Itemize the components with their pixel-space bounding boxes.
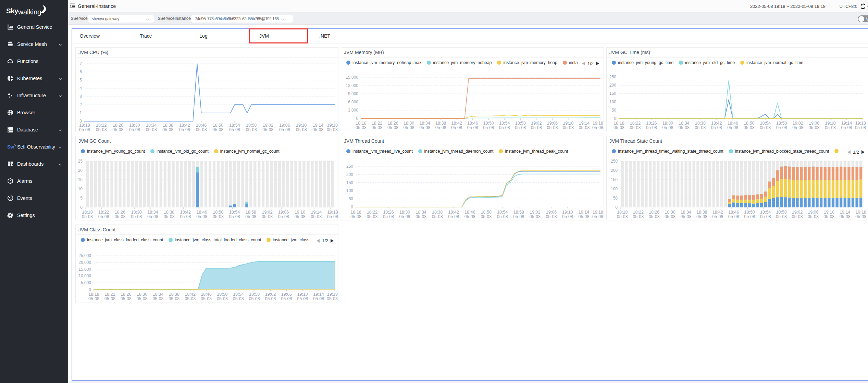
sidebar-item-database[interactable]: Database <box>0 121 68 138</box>
chart-plot-line[interactable]: 05010015020025018:1805-0818:2205-0818:26… <box>341 136 604 220</box>
logo-crescent-icon <box>41 5 46 13</box>
chart-plot-bar[interactable]: 05010015020025018:1805-0818:2205-0818:26… <box>607 136 868 220</box>
sidebar-item-alarms[interactable]: Alarms <box>0 173 68 190</box>
svg-text:19:10: 19:10 <box>825 121 835 126</box>
svg-text:05-08: 05-08 <box>147 214 158 219</box>
sidebar-item-label: General Service <box>17 24 52 30</box>
svg-text:19:14: 19:14 <box>313 123 323 128</box>
sidebar-item-dashboards[interactable]: Dashboards <box>0 155 68 173</box>
sidebar-item-infrastructure[interactable]: Infrastructure <box>0 87 68 104</box>
svg-text:19:02: 19:02 <box>792 121 803 126</box>
svg-text:05-08: 05-08 <box>262 214 273 219</box>
svg-text:19:14: 19:14 <box>579 121 590 126</box>
chart-plot-line[interactable]: 0123456718:1805-0818:2205-0818:2605-0818… <box>76 48 338 132</box>
svg-text:6,000: 6,000 <box>348 100 358 104</box>
svg-text:05-08: 05-08 <box>744 214 755 219</box>
service-instance-select[interactable]: 74d96c778c694c6b9b6322c62d55b765@192.168 <box>191 15 293 23</box>
svg-text:25,000: 25,000 <box>78 253 91 258</box>
chart-plot-area[interactable]: 05,00010,00015,00020,00025,00018:1805-08… <box>76 225 338 303</box>
svg-text:5,000: 5,000 <box>81 280 91 285</box>
svg-text:19:10: 19:10 <box>295 210 305 215</box>
svg-text:05-08: 05-08 <box>711 125 722 130</box>
view-mode-toggle[interactable]: V <box>858 15 868 22</box>
sidebar-item-browser[interactable]: Browser <box>0 104 68 121</box>
svg-text:05-08: 05-08 <box>312 127 323 132</box>
svg-text:18:46: 18:46 <box>196 123 207 128</box>
svg-text:05-08: 05-08 <box>311 214 322 219</box>
chart-plot-line[interactable]: 05010015020025018:1805-0818:2205-0818:26… <box>607 48 868 132</box>
sidebar-item-functions[interactable]: Functions <box>0 53 68 70</box>
svg-text:19:18: 19:18 <box>856 210 866 215</box>
svg-text:05-08: 05-08 <box>662 125 673 130</box>
svg-text:05-08: 05-08 <box>483 125 494 130</box>
sidebar-item-settings[interactable]: Settings <box>0 207 68 224</box>
tab-jvm[interactable]: JVM <box>259 29 269 43</box>
svg-text:0: 0 <box>615 205 618 210</box>
svg-text:18:26: 18:26 <box>646 121 657 126</box>
events-icon <box>7 195 13 201</box>
svg-text:18:42: 18:42 <box>185 292 196 297</box>
chevron-down-icon <box>281 17 285 21</box>
svg-text:05-08: 05-08 <box>497 214 508 219</box>
svg-text:05-08: 05-08 <box>665 214 675 219</box>
svg-text:19:10: 19:10 <box>563 121 573 126</box>
svg-text:18:54: 18:54 <box>760 210 771 215</box>
svg-text:200: 200 <box>346 172 353 177</box>
svg-text:05-08: 05-08 <box>196 214 207 219</box>
svg-text:18:26: 18:26 <box>387 121 398 126</box>
tab-overview[interactable]: Overview <box>80 29 100 43</box>
svg-text:12,000: 12,000 <box>346 83 358 88</box>
svg-text:05-08: 05-08 <box>416 214 426 219</box>
chart-card-jvm-memory-mb-: JVM Memory (MB)instance_jvm_memory_nohea… <box>341 47 604 132</box>
svg-text:18:46: 18:46 <box>728 121 738 126</box>
page-title: General-Instance <box>78 3 116 9</box>
svg-text:100: 100 <box>609 100 616 104</box>
tab-trace[interactable]: Trace <box>140 29 152 43</box>
sidebar-item-self-observability[interactable]: SwSelf Observability <box>0 138 68 155</box>
svg-text:3: 3 <box>79 94 82 99</box>
refresh-icon[interactable] <box>860 3 866 9</box>
sidebar-item-events[interactable]: Events <box>0 190 68 207</box>
svg-text:05-08: 05-08 <box>262 127 273 132</box>
svg-text:18:50: 18:50 <box>481 210 492 215</box>
tab-log[interactable]: Log <box>199 29 207 43</box>
sidebar-item-general-service[interactable]: General Service <box>0 18 68 36</box>
svg-text:05-08: 05-08 <box>245 214 256 219</box>
sidebar-item-service-mesh[interactable]: Service Mesh <box>0 36 68 53</box>
sidebar-item-label: Browser <box>17 110 35 115</box>
menu-fold-icon[interactable] <box>70 3 76 9</box>
svg-text:18:50: 18:50 <box>213 210 223 215</box>
database-icon <box>7 127 13 133</box>
svg-text:18:38: 18:38 <box>163 123 173 128</box>
svg-text:18:54: 18:54 <box>233 292 244 297</box>
svg-text:18:38: 18:38 <box>696 210 707 215</box>
sidebar-item-label: Alarms <box>17 178 33 184</box>
svg-text:18:46: 18:46 <box>464 210 475 215</box>
service-select-value: shenyu-gateway <box>92 16 119 21</box>
svg-text:05-08: 05-08 <box>164 214 175 219</box>
svg-text:0: 0 <box>356 116 358 121</box>
sidebar-item-kubernetes[interactable]: Kubernetes <box>0 70 68 87</box>
svg-text:18:42: 18:42 <box>712 210 723 215</box>
svg-text:05-08: 05-08 <box>515 125 526 130</box>
skywalking-logo[interactable]: Skywalking <box>6 5 46 15</box>
chevron-down-icon <box>58 76 62 80</box>
dashboard-icon <box>7 161 13 167</box>
svg-text:19:06: 19:06 <box>281 292 292 297</box>
svg-text:05-08: 05-08 <box>467 125 478 130</box>
time-range[interactable]: 2022-05-08 18:18 ~ 2022-05-08 19:18 <box>750 4 826 9</box>
timezone-label[interactable]: UTC+8:0 <box>840 4 857 9</box>
svg-text:18:22: 18:22 <box>98 210 109 215</box>
logo-text-secondary: walking <box>18 8 41 16</box>
chart-card-jvm-cpu-: JVM CPU (%)0123456718:1805-0818:2205-081… <box>75 47 338 132</box>
tab-net[interactable]: .NET <box>319 29 330 43</box>
service-select[interactable]: shenyu-gateway <box>88 15 154 23</box>
svg-text:19:18: 19:18 <box>327 292 338 297</box>
gear-icon <box>7 212 13 218</box>
svg-text:18:18: 18:18 <box>88 292 99 297</box>
chart-plot-line[interactable]: 03,0006,0009,00012,00015,00018:1805-0818… <box>341 48 604 132</box>
svg-text:05-08: 05-08 <box>327 127 338 132</box>
chevron-down-icon <box>58 128 62 132</box>
chart-plot-bar[interactable]: 051015202518:1805-0818:2205-0818:2605-08… <box>76 136 338 220</box>
globe-icon <box>7 110 13 116</box>
